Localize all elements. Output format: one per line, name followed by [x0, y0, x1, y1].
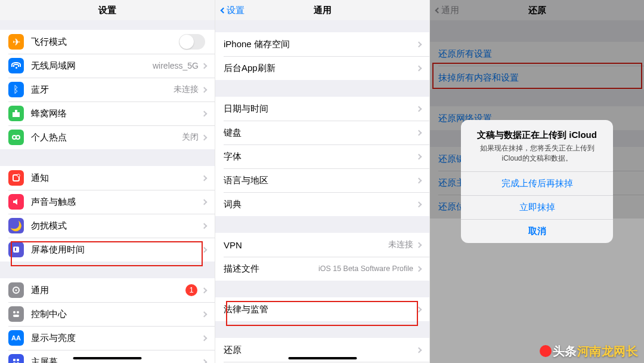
- svg-rect-12: [17, 359, 19, 361]
- row-label: 后台App刷新: [224, 63, 417, 74]
- row-value: wireless_5G: [153, 61, 199, 70]
- control-center-icon: [8, 306, 24, 322]
- row-fonts[interactable]: 字体: [215, 144, 429, 168]
- nav-title: 设置: [98, 5, 116, 16]
- chevron-right-icon: [202, 134, 208, 140]
- row-profile[interactable]: 描述文件 iOS 15 Beta Software Profile: [215, 257, 429, 281]
- general-list: VPN 未连接 描述文件 iOS 15 Beta Software Profil…: [215, 233, 429, 281]
- chevron-right-icon: [202, 87, 208, 93]
- row-keyboard[interactable]: 键盘: [215, 121, 429, 144]
- settings-list-1: ✈︎ 飞行模式 无线局域网 wireless_5G ᛒ 蓝牙 未连接: [0, 30, 215, 149]
- back-button[interactable]: 设置: [221, 5, 244, 16]
- settings-body: ✈︎ 飞行模式 无线局域网 wireless_5G ᛒ 蓝牙 未连接: [0, 20, 215, 363]
- back-label: 设置: [227, 5, 244, 16]
- home-indicator: [73, 357, 142, 359]
- row-label: 声音与触感: [31, 196, 202, 208]
- row-label: 控制中心: [31, 309, 202, 320]
- group-gap: [0, 262, 215, 278]
- chevron-right-icon: [202, 175, 208, 181]
- row-label: 描述文件: [224, 263, 318, 275]
- svg-point-3: [17, 174, 20, 177]
- group-gap: [215, 216, 429, 233]
- row-value: iOS 15 Beta Software Profile: [318, 264, 413, 273]
- row-label: 还原: [224, 344, 417, 356]
- general-body: iPhone 储存空间 后台App刷新 日期与时间 键盘 字体: [215, 20, 429, 363]
- row-background-refresh[interactable]: 后台App刷新: [215, 56, 429, 80]
- cellular-icon: [8, 106, 24, 121]
- screentime-icon: [8, 242, 24, 257]
- row-label: 无线局域网: [31, 60, 153, 72]
- row-label: iPhone 储存空间: [224, 39, 417, 50]
- row-vpn[interactable]: VPN 未连接: [215, 233, 429, 257]
- group-gap: [0, 149, 215, 166]
- row-wifi[interactable]: 无线局域网 wireless_5G: [0, 54, 215, 78]
- row-airplane-mode[interactable]: ✈︎ 飞行模式: [0, 30, 215, 54]
- alert-backdrop: 文稿与数据正在上传到 iCloud 如果现在抹掉，您将丢失正在上传到 iClou…: [430, 0, 644, 363]
- row-value: 未连接: [174, 84, 199, 95]
- row-label: 通用: [31, 285, 185, 296]
- chevron-right-icon: [202, 199, 208, 205]
- group-gap: [215, 80, 429, 97]
- row-homescreen[interactable]: 主屏幕: [0, 350, 215, 363]
- chevron-right-icon: [202, 223, 208, 229]
- airplane-switch[interactable]: [179, 34, 205, 50]
- svg-point-7: [16, 290, 17, 291]
- group-gap: [0, 20, 215, 30]
- notifications-icon: [8, 170, 24, 186]
- svg-point-10: [17, 311, 19, 313]
- alert-erase-now-button[interactable]: 立即抹掉: [461, 195, 613, 219]
- row-label: 个人热点: [31, 132, 182, 143]
- chevron-right-icon: [202, 335, 208, 341]
- homescreen-icon: [8, 354, 24, 363]
- row-language[interactable]: 语言与地区: [215, 168, 429, 192]
- row-label: VPN: [224, 240, 388, 250]
- row-cellular[interactable]: 蜂窝网络: [0, 101, 215, 125]
- row-label: 勿扰模式: [31, 220, 202, 232]
- group-gap: [215, 321, 429, 338]
- chevron-right-icon: [416, 153, 422, 159]
- alert-finish-upload-button[interactable]: 完成上传后再抹掉: [461, 171, 613, 195]
- chevron-right-icon: [416, 242, 422, 248]
- row-label: 日期与时间: [224, 103, 417, 115]
- chevron-right-icon: [416, 130, 422, 136]
- row-general[interactable]: 通用 1: [0, 278, 215, 302]
- row-storage[interactable]: iPhone 储存空间: [215, 32, 429, 56]
- row-value: 未连接: [388, 239, 413, 250]
- general-list: iPhone 储存空间 后台App刷新: [215, 32, 429, 80]
- row-datetime[interactable]: 日期与时间: [215, 97, 429, 121]
- row-screentime[interactable]: 屏幕使用时间: [0, 238, 215, 262]
- chevron-right-icon: [202, 63, 208, 69]
- chevron-right-icon: [416, 266, 422, 272]
- chevron-right-icon: [202, 110, 208, 116]
- row-notifications[interactable]: 通知: [0, 166, 215, 190]
- chevron-right-icon: [202, 287, 208, 293]
- row-label: 词典: [224, 199, 417, 210]
- reset-screen: 通用 还原 还原所有设置 抹掉所有内容和设置 还原网络设置 还原键 还原主: [429, 0, 644, 363]
- row-legal[interactable]: 法律与监管: [215, 297, 429, 321]
- chevron-right-icon: [416, 106, 422, 112]
- chevron-right-icon: [416, 347, 422, 353]
- chevron-right-icon: [416, 65, 422, 71]
- row-label: 蜂窝网络: [31, 108, 202, 119]
- alert-cancel-button[interactable]: 取消: [461, 219, 613, 243]
- row-sounds[interactable]: 声音与触感: [0, 190, 215, 214]
- chevron-right-icon: [202, 247, 208, 253]
- svg-point-8: [13, 311, 16, 313]
- row-control-center[interactable]: 控制中心: [0, 302, 215, 326]
- row-bluetooth[interactable]: ᛒ 蓝牙 未连接: [0, 78, 215, 101]
- hotspot-icon: [8, 130, 24, 145]
- row-hotspot[interactable]: 个人热点 关闭: [0, 125, 215, 149]
- airplane-icon: ✈︎: [8, 34, 24, 50]
- chevron-right-icon: [202, 311, 208, 317]
- chevron-right-icon: [416, 177, 422, 183]
- row-dnd[interactable]: 🌙 勿扰模式: [0, 214, 215, 238]
- svg-rect-9: [13, 315, 19, 317]
- general-screen: 设置 通用 iPhone 储存空间 后台App刷新 日期与时间 键盘: [215, 0, 429, 363]
- row-label: 蓝牙: [31, 84, 174, 96]
- chevron-right-icon: [416, 41, 422, 47]
- row-display[interactable]: AA 显示与亮度: [0, 326, 215, 350]
- chevron-left-icon: [221, 7, 227, 13]
- row-dictionary[interactable]: 词典: [215, 192, 429, 216]
- alert-message: 如果现在抹掉，您将丢失正在上传到 iCloud的文稿和数据。: [470, 143, 603, 162]
- settings-list-3: 通用 1 控制中心 AA 显示与亮度 主屏幕: [0, 278, 215, 363]
